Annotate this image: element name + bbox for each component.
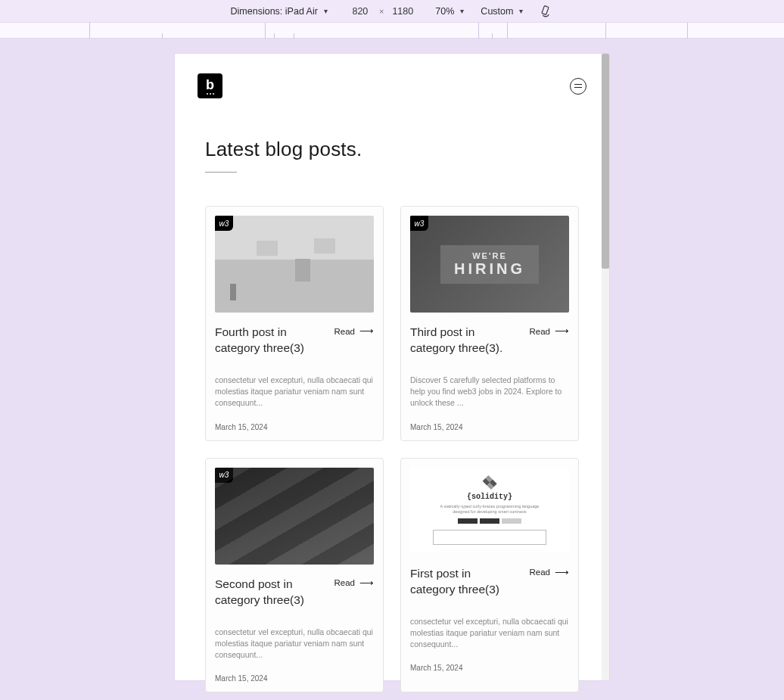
post-date: March 15, 2024 [215,423,374,431]
read-link[interactable]: Read ⟶ [334,578,375,588]
responsive-ruler [0,22,784,39]
device-select[interactable]: Dimensions: iPad Air [231,6,328,17]
post-card[interactable]: w3 Second post in category three(3) Read… [205,458,384,693]
throttle-label: Custom [481,6,513,17]
device-stage: b Latest blog posts. w3 Fourth post in c… [0,39,784,700]
viewport-scrollbar[interactable] [602,54,609,680]
post-title: Third post in category three(3). [410,325,516,356]
post-title: First post in category three(3) [410,566,516,598]
throttle-select[interactable]: Custom [481,6,523,17]
devtools-device-toolbar: Dimensions: iPad Air × 70% Custom [0,0,784,22]
read-label: Read [530,327,551,336]
device-select-label: Dimensions: iPad Air [231,6,318,17]
device-viewport: b Latest blog posts. w3 Fourth post in c… [175,54,609,680]
solidity-code-frame [433,530,546,544]
menu-button[interactable] [570,78,586,95]
dimensions-group: × [344,5,418,18]
post-excerpt: consectetur vel excepturi, nulla obcaeca… [215,375,374,409]
logo-letter: b [206,78,214,92]
read-label: Read [530,568,551,577]
logo-dots-icon [207,93,214,95]
dimension-separator: × [379,7,384,16]
arrow-right-icon: ⟶ [359,578,374,588]
arrow-right-icon: ⟶ [555,326,569,336]
rotate-icon[interactable] [540,5,553,18]
read-link[interactable]: Read ⟶ [530,568,570,577]
page-title: Latest blog posts. [205,138,579,161]
solidity-title: {solidity} [467,493,512,501]
title-underline [205,172,237,173]
read-link[interactable]: Read ⟶ [334,326,375,336]
site-logo[interactable]: b [198,73,222,98]
hiring-line2: HIRING [454,260,525,278]
read-label: Read [334,327,356,336]
posts-grid: w3 Fourth post in category three(3) Read… [205,206,579,692]
post-card[interactable]: w3 WE'RE HIRING Third post in category t… [400,206,579,441]
post-excerpt: Discover 5 carefully selected platforms … [410,375,569,409]
height-input[interactable] [387,5,418,18]
zoom-label: 70% [435,6,454,17]
arrow-right-icon: ⟶ [359,326,374,336]
post-thumbnail: w3 [215,468,374,565]
solidity-tagline: A statically-typed curly-braces programm… [437,504,543,515]
category-badge: w3 [215,468,233,483]
svg-rect-0 [542,5,549,14]
post-thumbnail: w3 WE'RE HIRING [410,216,569,313]
zoom-select[interactable]: 70% [435,6,464,17]
post-date: March 15, 2024 [215,674,374,683]
post-card[interactable]: w3 Fourth post in category three(3) Read… [205,206,384,441]
post-card[interactable]: {solidity} A statically-typed curly-brac… [400,458,579,693]
site-header: b [175,54,609,98]
page-content: Latest blog posts. w3 Fourth post in cat… [175,98,609,700]
post-title: Second post in category three(3) [215,577,321,608]
post-title: Fourth post in category three(3) [215,325,321,356]
post-thumbnail: {solidity} A statically-typed curly-brac… [410,468,569,552]
read-label: Read [334,578,356,587]
viewport-scrollbar-thumb[interactable] [602,54,609,269]
arrow-right-icon: ⟶ [555,568,569,577]
hiring-line1: WE'RE [454,251,525,260]
post-date: March 15, 2024 [410,423,569,431]
category-badge: w3 [215,216,233,231]
solidity-graphic: {solidity} A statically-typed curly-brac… [418,475,562,545]
category-badge: w3 [410,216,428,231]
width-input[interactable] [344,5,376,18]
read-link[interactable]: Read ⟶ [530,326,570,336]
post-date: March 15, 2024 [410,664,569,672]
post-excerpt: consectetur vel excepturi, nulla obcaeca… [410,616,569,651]
hiring-graphic: WE'RE HIRING [440,245,539,284]
post-excerpt: consectetur vel excepturi, nulla obcaeca… [215,627,374,661]
post-thumbnail: w3 [215,216,374,313]
solidity-logo-icon [482,475,496,490]
solidity-buttons [458,518,521,524]
